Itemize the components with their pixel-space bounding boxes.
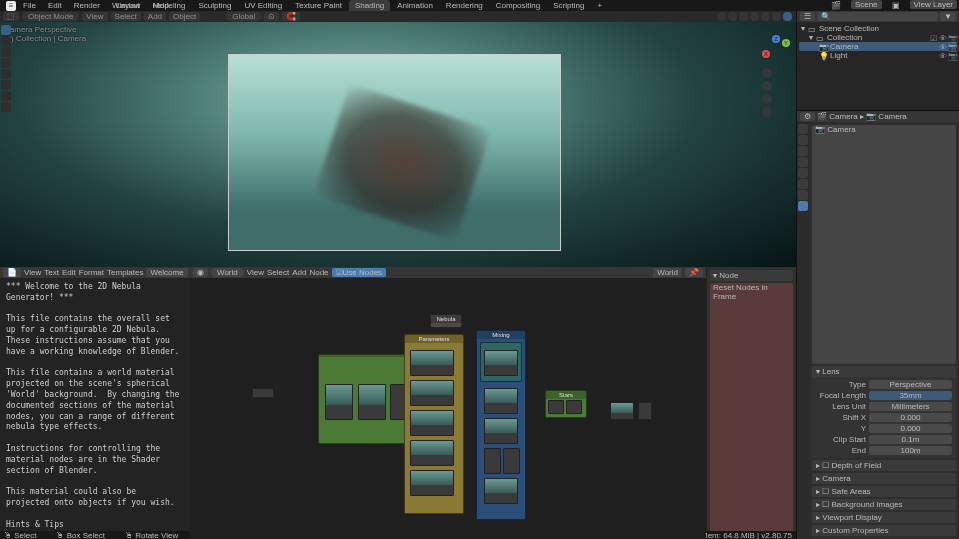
vp-menu-add[interactable]: Add: [144, 12, 166, 21]
prtab-world-icon[interactable]: [798, 168, 808, 178]
zoom-gizmo-icon[interactable]: [762, 68, 772, 78]
node-param-4[interactable]: [410, 440, 454, 466]
persp-gizmo-icon[interactable]: [762, 107, 772, 117]
shading-rendered-icon[interactable]: [783, 12, 792, 21]
tool-select-icon[interactable]: [1, 25, 11, 35]
menu-file[interactable]: File: [18, 1, 41, 10]
tab-uvediting[interactable]: UV Editing: [238, 0, 288, 11]
tab-texturepaint[interactable]: Texture Paint: [289, 0, 348, 11]
pivot-icon[interactable]: ⊙: [264, 12, 279, 21]
prtab-scene-icon[interactable]: [798, 157, 808, 167]
ol-search[interactable]: 🔍: [817, 12, 938, 21]
node-mix-3[interactable]: [484, 418, 518, 444]
node-colorramp[interactable]: [358, 384, 386, 420]
menu-render[interactable]: Render: [69, 1, 105, 10]
outliner-body[interactable]: ▾▭Scene Collection ▾▭Collection☑👁📷 📷Came…: [797, 22, 959, 62]
camera-gizmo-icon[interactable]: [762, 94, 772, 104]
eye-icon[interactable]: 👁: [939, 34, 946, 41]
ne-pin-icon[interactable]: 📌: [685, 268, 703, 277]
node-output[interactable]: [638, 402, 652, 420]
panel-lens-header[interactable]: ▾ Lens: [812, 366, 956, 377]
pr-editor-type-icon[interactable]: ⚙: [800, 112, 815, 121]
tab-add[interactable]: +: [591, 0, 608, 11]
tool-rotate-icon[interactable]: [1, 58, 11, 68]
te-menu-text[interactable]: Text: [44, 268, 59, 277]
tool-measure-icon[interactable]: [1, 102, 11, 112]
ne-menu-node[interactable]: Node: [309, 268, 328, 277]
unit-field[interactable]: Millimeters: [869, 402, 952, 411]
node-mix-4[interactable]: [484, 448, 501, 474]
xray-toggle-icon[interactable]: [739, 12, 748, 21]
node-param-3[interactable]: [410, 410, 454, 436]
ol-row-camera[interactable]: 📷Camera👁📷: [799, 42, 957, 51]
ol-editor-type-icon[interactable]: ☰: [800, 12, 815, 21]
shading-wireframe-icon[interactable]: [750, 12, 759, 21]
ol-row-scene[interactable]: ▾▭Scene Collection: [799, 24, 957, 33]
text-editor-body[interactable]: *** Welcome to the 2D Nebula Generator! …: [0, 278, 190, 539]
frame-nebula-label[interactable]: Nebula: [430, 314, 462, 328]
vp-menu-object[interactable]: Object: [169, 12, 200, 21]
node-stars-2[interactable]: [566, 400, 582, 414]
tab-scripting[interactable]: Scripting: [547, 0, 590, 11]
node-stars-1[interactable]: [548, 400, 564, 414]
render-icon[interactable]: 📷: [948, 52, 955, 59]
tool-cursor-icon[interactable]: [1, 36, 11, 46]
tool-annotate-icon[interactable]: [1, 91, 11, 101]
ne-editor-type-icon[interactable]: ◉: [193, 268, 208, 277]
eye-icon[interactable]: 👁: [939, 52, 946, 59]
tab-rendering[interactable]: Rendering: [440, 0, 489, 11]
panel-vpdisplay-header[interactable]: ▸ Viewport Display: [812, 512, 956, 523]
tab-compositing[interactable]: Compositing: [490, 0, 546, 11]
tab-animation[interactable]: Animation: [391, 0, 439, 11]
te-datablock[interactable]: Welcome: [146, 268, 187, 277]
panel-camera-header[interactable]: ▸ Camera: [812, 473, 956, 484]
ns-node-header[interactable]: ▾ Node: [710, 270, 793, 281]
node-param-1[interactable]: [410, 350, 454, 376]
node-canvas[interactable]: Nebula Parameters Mixing: [190, 278, 706, 539]
editor-type-icon[interactable]: ⬚: [3, 12, 19, 21]
node-mix-1[interactable]: [484, 350, 518, 376]
te-menu-templates[interactable]: Templates: [107, 268, 143, 277]
prtab-data-icon[interactable]: [798, 201, 808, 211]
axis-z-icon[interactable]: Z: [772, 35, 780, 43]
ns-reset-button[interactable]: Reset Nodes in Frame: [710, 283, 793, 539]
shiftx-field[interactable]: 0.000: [869, 413, 952, 422]
axis-x-icon[interactable]: X: [762, 50, 770, 58]
tab-modeling[interactable]: Modeling: [147, 0, 191, 11]
node-mix-6[interactable]: [484, 478, 518, 504]
tab-sculpting[interactable]: Sculpting: [193, 0, 238, 11]
te-editor-type-icon[interactable]: 📄: [3, 268, 21, 277]
prtab-viewlayer-icon[interactable]: [798, 146, 808, 156]
ol-row-collection[interactable]: ▾▭Collection☑👁📷: [799, 33, 957, 42]
vp-menu-select[interactable]: Select: [111, 12, 141, 21]
node-param-5[interactable]: [410, 470, 454, 496]
tab-layout[interactable]: Layout: [110, 0, 146, 11]
clipstart-field[interactable]: 0.1m: [869, 435, 952, 444]
prtab-render-icon[interactable]: [798, 124, 808, 134]
exclude-icon[interactable]: ☑: [930, 34, 937, 41]
tool-scale-icon[interactable]: [1, 69, 11, 79]
type-field[interactable]: Perspective: [869, 380, 952, 389]
shading-matprev-icon[interactable]: [772, 12, 781, 21]
node-mix-5[interactable]: [503, 448, 520, 474]
render-icon[interactable]: 📷: [948, 43, 955, 50]
tab-shading[interactable]: Shading: [349, 0, 390, 11]
panel-dof-header[interactable]: ▸ ☐ Depth of Field: [812, 460, 956, 471]
clipend-field[interactable]: 100m: [869, 446, 952, 455]
ne-world-slot[interactable]: World: [653, 268, 682, 277]
node-param-2[interactable]: [410, 380, 454, 406]
te-menu-format[interactable]: Format: [79, 268, 104, 277]
tool-move-icon[interactable]: [1, 47, 11, 57]
shading-solid-icon[interactable]: [761, 12, 770, 21]
tool-transform-icon[interactable]: [1, 80, 11, 90]
prtab-output-icon[interactable]: [798, 135, 808, 145]
viewport-3d[interactable]: ⬚ Object Mode View Select Add Object Glo…: [0, 11, 796, 267]
pan-gizmo-icon[interactable]: [762, 81, 772, 91]
menu-edit[interactable]: Edit: [43, 1, 67, 10]
prtab-constraints-icon[interactable]: [798, 190, 808, 200]
camera-datablock[interactable]: 📷 Camera: [812, 125, 956, 364]
node-bg[interactable]: [610, 402, 634, 420]
scene-selector[interactable]: Scene: [851, 0, 882, 9]
shifty-field[interactable]: 0.000: [869, 424, 952, 433]
ne-shader-type[interactable]: World: [211, 268, 244, 277]
